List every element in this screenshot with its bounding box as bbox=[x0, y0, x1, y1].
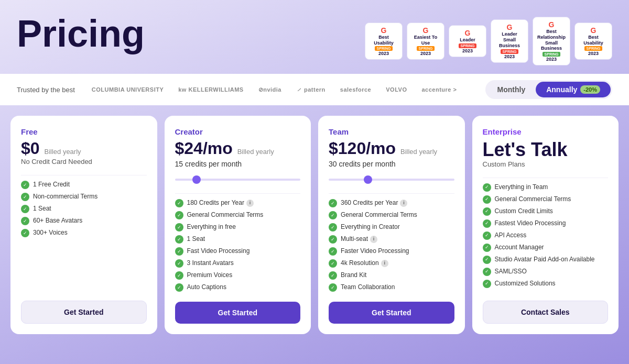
badge-year-5: 2023 bbox=[537, 57, 566, 62]
creator-plan-price: $24/mo Billed yearly bbox=[175, 139, 301, 158]
badge-best-usability-1: G Best Usability SPRING 2023 bbox=[365, 23, 403, 60]
creator-features: ✓180 Credits per Year i ✓General Commerc… bbox=[175, 199, 301, 295]
team-check-6: ✓ bbox=[329, 259, 337, 268]
check-icon-2: ✓ bbox=[21, 193, 29, 201]
enterprise-check-2: ✓ bbox=[483, 195, 491, 204]
team-plan-name: Team bbox=[329, 127, 454, 136]
trusted-logos: COLUMBIA UNIVERSITY kw KELLERWILLIAMS ⊘n… bbox=[92, 86, 469, 93]
free-feature-3: ✓1 Seat bbox=[21, 205, 147, 213]
check-icon-4: ✓ bbox=[21, 217, 29, 225]
free-feature-1: ✓1 Free Credit bbox=[21, 181, 147, 189]
badge-title-1: Best Usability bbox=[370, 35, 398, 46]
enterprise-feature-1: ✓Everything in Team bbox=[483, 183, 609, 192]
check-icon-1: ✓ bbox=[21, 181, 29, 189]
badge-leader-small-business: G Leader Small Business SPRING 2023 bbox=[491, 19, 528, 62]
badge-leader: G Leader SPRING 2023 bbox=[449, 25, 486, 57]
free-feature-4: ✓60+ Base Avatars bbox=[21, 217, 147, 225]
annually-toggle-button[interactable]: Annually -20% bbox=[536, 82, 611, 97]
creator-check-6: ✓ bbox=[175, 259, 183, 268]
team-credits-slider[interactable] bbox=[329, 179, 454, 181]
badge-title-2: Easiest To Use bbox=[411, 35, 440, 46]
badge-season-4: SPRING bbox=[501, 49, 519, 54]
enterprise-check-1: ✓ bbox=[483, 183, 491, 192]
enterprise-cta-button[interactable]: Contact Sales bbox=[483, 301, 609, 324]
free-plan-price: $0 Billed yearly bbox=[21, 139, 147, 158]
team-billed: Billed yearly bbox=[400, 148, 437, 156]
creator-check-3: ✓ bbox=[175, 223, 183, 231]
check-icon-3: ✓ bbox=[21, 205, 29, 213]
badge-title-3: Leader bbox=[453, 37, 482, 43]
badge-title-4: Leader Small Business bbox=[495, 31, 524, 48]
enterprise-feature-3: ✓Custom Credit Limits bbox=[483, 207, 609, 216]
creator-credits-slider[interactable] bbox=[175, 179, 301, 181]
logo-nvidia: ⊘nvidia bbox=[258, 86, 281, 93]
team-feature-5: ✓Faster Video Processing bbox=[329, 247, 454, 256]
logo-volvo: VOLVO bbox=[386, 86, 407, 93]
info-icon-4k[interactable]: i bbox=[381, 260, 388, 267]
g2-icon-6: G bbox=[579, 26, 608, 35]
free-plan-name: Free bbox=[21, 127, 147, 136]
team-features: ✓360 Credits per Year i ✓General Commerc… bbox=[329, 199, 454, 295]
creator-credits: 15 credits per month bbox=[175, 160, 301, 168]
creator-feature-2: ✓General Commercial Terms bbox=[175, 211, 301, 219]
badge-year-6: 2023 bbox=[579, 51, 608, 56]
creator-feature-7: ✓Premium Voices bbox=[175, 271, 301, 280]
badge-title-6: Best Usability bbox=[579, 35, 608, 46]
info-icon-multiseat[interactable]: i bbox=[370, 236, 377, 243]
enterprise-check-7: ✓ bbox=[483, 256, 491, 264]
creator-check-4: ✓ bbox=[175, 235, 183, 244]
team-plan-card: Team $120/mo Billed yearly 30 credits pe… bbox=[318, 116, 465, 334]
enterprise-feature-9: ✓Customized Solutions bbox=[483, 280, 609, 288]
team-check-4: ✓ bbox=[329, 235, 337, 244]
enterprise-price: Let's Talk bbox=[483, 139, 609, 160]
team-slider-container bbox=[329, 173, 454, 183]
enterprise-check-5: ✓ bbox=[483, 231, 491, 240]
badge-year-4: 2023 bbox=[495, 54, 524, 59]
team-check-5: ✓ bbox=[329, 247, 337, 256]
creator-billed: Billed yearly bbox=[237, 148, 274, 156]
g2-icon-2: G bbox=[411, 26, 440, 35]
enterprise-features: ✓Everything in Team ✓General Commercial … bbox=[483, 183, 609, 295]
free-plan-card: Free $0 Billed yearly No Credit Card Nee… bbox=[10, 116, 157, 334]
creator-cta-button[interactable]: Get Started bbox=[175, 302, 301, 324]
team-feature-2: ✓General Commercial Terms bbox=[329, 211, 454, 219]
enterprise-divider bbox=[483, 178, 609, 178]
free-cta-button[interactable]: Get Started bbox=[21, 301, 147, 324]
badge-season-6: SPRING bbox=[584, 46, 603, 51]
logo-accenture: accenture > bbox=[421, 86, 457, 93]
badge-year-2: 2023 bbox=[411, 51, 440, 56]
enterprise-feature-2: ✓General Commercial Terms bbox=[483, 195, 609, 204]
awards-badges: G Best Usability SPRING 2023 G Easiest T… bbox=[365, 17, 612, 65]
enterprise-check-6: ✓ bbox=[483, 244, 491, 252]
badge-easiest-to-use: G Easiest To Use SPRING 2023 bbox=[407, 23, 444, 60]
team-check-7: ✓ bbox=[329, 271, 337, 280]
monthly-toggle-button[interactable]: Monthly bbox=[487, 82, 536, 97]
enterprise-check-8: ✓ bbox=[483, 268, 491, 276]
badge-season-2: SPRING bbox=[417, 46, 435, 51]
billing-toggle: Monthly Annually -20% bbox=[485, 80, 612, 99]
badge-season-5: SPRING bbox=[543, 52, 561, 57]
badge-best-usability-2: G Best Usability SPRING 2023 bbox=[574, 23, 612, 60]
team-feature-6: ✓4k Resolution i bbox=[329, 259, 454, 268]
creator-feature-8: ✓Auto Captions bbox=[175, 283, 301, 292]
trusted-bar: Trusted by the best COLUMBIA UNIVERSITY … bbox=[0, 74, 629, 105]
info-icon-team-credits[interactable]: i bbox=[400, 200, 407, 207]
enterprise-check-4: ✓ bbox=[483, 219, 491, 228]
info-icon-credits[interactable]: i bbox=[246, 200, 254, 207]
enterprise-plan-card: Enterprise Let's Talk Custom Plans ✓Ever… bbox=[472, 116, 619, 334]
page-title: Pricing bbox=[17, 15, 145, 52]
team-feature-8: ✓Team Collaboration bbox=[329, 283, 454, 292]
creator-feature-1: ✓180 Credits per Year i bbox=[175, 199, 301, 207]
creator-plan-name: Creator bbox=[175, 127, 301, 136]
creator-check-1: ✓ bbox=[175, 199, 183, 207]
free-billed: Billed yearly bbox=[44, 148, 81, 156]
enterprise-feature-5: ✓API Access bbox=[483, 231, 609, 240]
logo-columbia: COLUMBIA UNIVERSITY bbox=[92, 86, 164, 93]
team-check-3: ✓ bbox=[329, 223, 337, 231]
badge-season-3: SPRING bbox=[459, 43, 477, 48]
free-subtext: No Credit Card Needed bbox=[21, 158, 147, 166]
trusted-label: Trusted by the best bbox=[17, 86, 75, 94]
g2-icon-3: G bbox=[453, 29, 482, 37]
creator-feature-5: ✓Fast Video Processing bbox=[175, 247, 301, 256]
team-cta-button[interactable]: Get Started bbox=[329, 302, 454, 324]
